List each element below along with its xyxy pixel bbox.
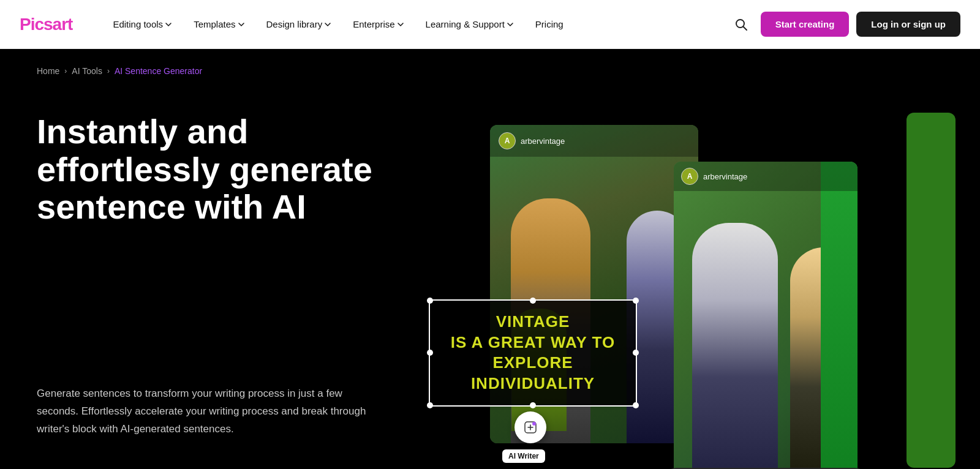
hero-left: Instantly and effortlessly generate sent… <box>37 113 417 438</box>
green-wall-right <box>821 162 858 469</box>
nav-item-pricing[interactable]: Pricing <box>524 0 575 49</box>
header: Picsart Editing tools Templates Design l… <box>0 0 980 49</box>
left-card-avatar: A <box>499 132 516 149</box>
selection-handle-bl <box>427 402 433 408</box>
selection-handle-mr <box>633 350 639 356</box>
chevron-down-icon <box>238 21 244 28</box>
login-button[interactable]: Log in or sign up <box>856 12 960 37</box>
selection-handle-br <box>633 402 639 408</box>
search-button[interactable] <box>729 12 753 37</box>
nav-item-editing-tools[interactable]: Editing tools <box>102 0 183 49</box>
nav-item-design-library[interactable]: Design library <box>255 0 342 49</box>
chevron-down-icon <box>325 21 331 28</box>
breadcrumb-current: AI Sentence Generator <box>115 66 202 76</box>
main-content: Home › AI Tools › AI Sentence Generator … <box>0 49 980 469</box>
selection-handle-mt <box>530 298 536 304</box>
ai-writer-button[interactable] <box>514 411 546 443</box>
left-card-header: A arbervintage <box>490 125 698 157</box>
search-icon <box>734 18 748 31</box>
right-card-avatar: A <box>681 168 698 185</box>
green-accent-bg <box>907 113 956 468</box>
ai-writer-label: AI Writer <box>502 449 545 463</box>
selection-handle-ml <box>427 350 433 356</box>
hero-title: Instantly and effortlessly generate sent… <box>37 113 417 250</box>
person-silhouette-right-card <box>692 223 778 469</box>
left-card-username: arbervintage <box>521 137 565 146</box>
start-creating-button[interactable]: Start creating <box>761 12 850 37</box>
right-image-card: A arbervintage 'Cool phrase about wearin… <box>674 162 858 469</box>
overlay-text: VINTAGE IS A GREAT WAY TO EXPLORE INDIVI… <box>443 312 622 394</box>
header-actions: Start creating Log in or sign up <box>729 12 960 37</box>
chevron-down-icon <box>398 21 404 28</box>
selection-handle-tl <box>427 298 433 304</box>
svg-point-2 <box>532 422 536 426</box>
ai-writer-icon <box>523 420 538 435</box>
nav-item-enterprise[interactable]: Enterprise <box>342 0 414 49</box>
selection-handle-tr <box>633 298 639 304</box>
selection-handle-mb <box>530 402 536 408</box>
nav-item-templates[interactable]: Templates <box>183 0 255 49</box>
breadcrumb-separator-2: › <box>107 67 110 75</box>
breadcrumb: Home › AI Tools › AI Sentence Generator <box>0 49 980 76</box>
breadcrumb-home[interactable]: Home <box>37 66 59 76</box>
hero-section: Instantly and effortlessly generate sent… <box>0 76 980 469</box>
right-card-header: A arbervintage <box>674 162 858 191</box>
breadcrumb-separator-1: › <box>64 67 67 75</box>
right-card-photo: 'Cool phrase about wearing vintage' <box>674 162 858 469</box>
nav-item-learning-support[interactable]: Learning & Support <box>415 0 524 49</box>
right-card-username: arbervintage <box>703 172 747 181</box>
hero-description: Generate sentences to transform your wri… <box>37 250 380 438</box>
hero-right: A arbervintage <box>453 113 943 468</box>
chevron-down-icon <box>507 21 513 28</box>
chevron-down-icon <box>165 21 172 28</box>
text-overlay-box: VINTAGE IS A GREAT WAY TO EXPLORE INDIVI… <box>429 299 637 407</box>
main-nav: Editing tools Templates Design library E… <box>102 0 728 49</box>
breadcrumb-ai-tools[interactable]: AI Tools <box>72 66 102 76</box>
logo[interactable]: Picsart <box>20 15 72 34</box>
